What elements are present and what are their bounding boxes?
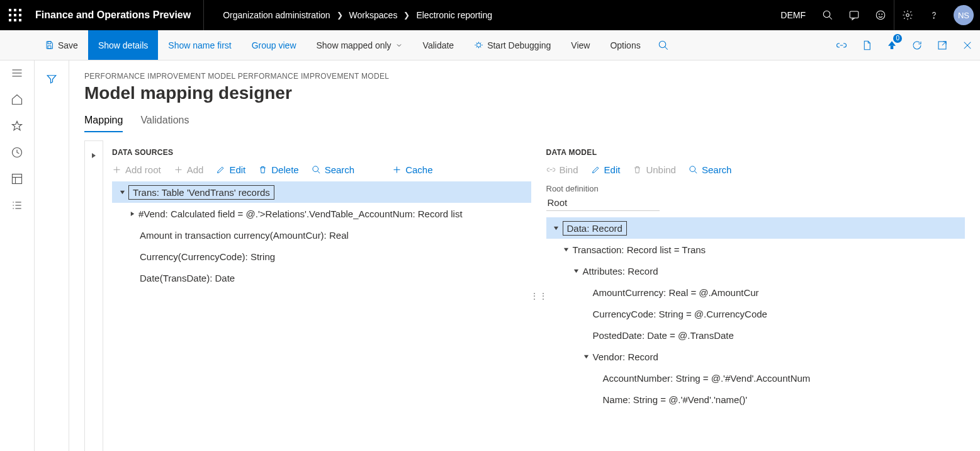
cache-button[interactable]: Cache [392, 164, 432, 175]
chat-icon[interactable] [841, 0, 867, 30]
node-label: CurrencyCode: String = @.CurrencyCode [593, 309, 767, 319]
user-avatar[interactable]: NS [954, 5, 974, 25]
help-icon[interactable] [921, 0, 947, 30]
tab-mapping[interactable]: Mapping [84, 115, 123, 132]
notifications-icon[interactable]: 0 [879, 30, 904, 60]
gear-icon[interactable] [894, 0, 921, 30]
collapse-icon[interactable] [580, 354, 593, 360]
tree-node-amount[interactable]: Amount in transaction currency(AmountCur… [112, 224, 531, 246]
tab-validations[interactable]: Validations [140, 115, 189, 132]
tree-node-currency[interactable]: Currency(CurrencyCode): String [112, 246, 531, 267]
breadcrumb-item[interactable]: Organization administration [223, 10, 330, 20]
document-icon[interactable] [854, 30, 879, 60]
left-nav-rail [0, 60, 35, 451]
tree-node-currencycode[interactable]: CurrencyCode: String = @.CurrencyCode [546, 303, 966, 324]
options-menu[interactable]: Options [600, 30, 650, 60]
svg-rect-11 [850, 11, 859, 18]
workspaces-icon[interactable] [11, 173, 23, 185]
edit-button[interactable]: Edit [216, 164, 245, 175]
split-handle[interactable]: ⋮⋮ [531, 140, 546, 451]
dm-edit-label: Edit [604, 164, 621, 175]
view-menu[interactable]: View [561, 30, 600, 60]
save-button[interactable]: Save [35, 30, 88, 60]
popout-icon[interactable] [930, 30, 955, 60]
svg-rect-7 [14, 19, 16, 21]
main-area: PERFORMANCE IMPROVEMENT MODEL PERFORMANC… [0, 60, 980, 451]
add-root-button[interactable]: Add root [112, 164, 161, 175]
smiley-icon[interactable] [867, 0, 894, 30]
show-name-first-button[interactable]: Show name first [158, 30, 241, 60]
search-button[interactable]: Search [312, 164, 355, 175]
data-sources-panel: DATA SOURCES Add root Add Edit [103, 140, 531, 451]
refresh-icon[interactable] [904, 30, 930, 60]
collapse-icon[interactable] [116, 190, 128, 195]
bind-button[interactable]: Bind [546, 164, 578, 175]
start-debugging-button[interactable]: Start Debugging [464, 30, 561, 60]
svg-rect-8 [19, 19, 21, 21]
expand-icon[interactable] [126, 211, 138, 217]
breadcrumb-item[interactable]: Electronic reporting [416, 10, 492, 20]
search-icon[interactable] [814, 0, 841, 30]
show-mapped-only-dropdown[interactable]: Show mapped only [307, 30, 413, 60]
toolbar-search-icon[interactable] [651, 30, 676, 60]
collapse-icon[interactable] [550, 226, 563, 231]
add-button[interactable]: Add [174, 164, 204, 175]
unbind-button[interactable]: Unbind [633, 164, 676, 175]
hamburger-icon[interactable] [11, 67, 23, 79]
group-view-button[interactable]: Group view [242, 30, 307, 60]
command-bar: Save Show details Show name first Group … [0, 30, 980, 60]
data-source-types-rail[interactable] [84, 140, 103, 451]
search-label: Search [325, 164, 355, 175]
node-label: Data: Record [563, 221, 627, 236]
svg-point-47 [690, 166, 696, 172]
tree-node-vendor[interactable]: Vendor: Record [546, 346, 966, 367]
tree-node-trans[interactable]: Trans: Table 'VendTrans' records [112, 181, 531, 203]
svg-line-10 [829, 16, 832, 20]
svg-point-16 [933, 18, 934, 18]
tree-node-transaction[interactable]: Transaction: Record list = Trans [546, 239, 966, 260]
svg-rect-22 [891, 45, 894, 49]
delete-button[interactable]: Delete [258, 164, 298, 175]
svg-rect-0 [9, 9, 11, 11]
svg-point-20 [659, 41, 666, 48]
tree-node-amountcurrency[interactable]: AmountCurrency: Real = @.AmountCur [546, 282, 966, 303]
svg-point-19 [477, 43, 481, 47]
tree-node-data[interactable]: Data: Record [546, 217, 966, 239]
home-icon[interactable] [11, 93, 23, 106]
dm-search-button[interactable]: Search [689, 164, 732, 175]
tree-node-vend[interactable]: #Vend: Calculated field = @.'>Relations'… [112, 203, 531, 224]
app-title: Finance and Operations Preview [30, 9, 203, 21]
data-model-toolbar: Bind Edit Unbind Search [546, 162, 966, 181]
waffle-icon[interactable] [0, 0, 30, 30]
collapse-icon[interactable] [560, 247, 573, 253]
node-label: Trans: Table 'VendTrans' records [128, 185, 274, 200]
node-label: Date(TransDate): Date [140, 273, 235, 283]
collapse-icon[interactable] [570, 268, 583, 274]
tree-node-posteddate[interactable]: PostedDate: Date = @.TransDate [546, 324, 966, 346]
save-label: Save [58, 40, 78, 50]
modules-icon[interactable] [11, 199, 23, 212]
tree-node-attributes[interactable]: Attributes: Record [546, 260, 966, 282]
breadcrumb-item[interactable]: Workspaces [349, 10, 398, 20]
root-definition-value[interactable]: Root [546, 195, 660, 211]
svg-rect-18 [48, 46, 51, 49]
company-code[interactable]: DEMF [772, 10, 814, 20]
notification-badge: 0 [893, 34, 902, 43]
show-details-button[interactable]: Show details [88, 30, 158, 60]
hamburger-placeholder [0, 30, 35, 60]
recent-icon[interactable] [11, 146, 23, 159]
top-right-tools: DEMF NS [772, 0, 980, 30]
page-content: PERFORMANCE IMPROVEMENT MODEL PERFORMANC… [69, 60, 980, 451]
data-sources-tree: Trans: Table 'VendTrans' records #Vend: … [112, 181, 531, 288]
favorites-icon[interactable] [11, 120, 23, 132]
tree-node-date[interactable]: Date(TransDate): Date [112, 267, 531, 288]
link-icon[interactable] [829, 30, 854, 60]
node-label: Currency(CurrencyCode): String [140, 251, 275, 262]
tree-node-name[interactable]: Name: String = @.'#Vend'.'name()' [546, 389, 966, 410]
dm-edit-button[interactable]: Edit [591, 164, 621, 175]
page-crumb: PERFORMANCE IMPROVEMENT MODEL PERFORMANC… [84, 72, 965, 81]
tree-node-accountnumber[interactable]: AccountNumber: String = @.'#Vend'.Accoun… [546, 367, 966, 389]
close-icon[interactable] [955, 30, 980, 60]
validate-button[interactable]: Validate [413, 30, 465, 60]
filter-icon[interactable] [46, 73, 57, 451]
